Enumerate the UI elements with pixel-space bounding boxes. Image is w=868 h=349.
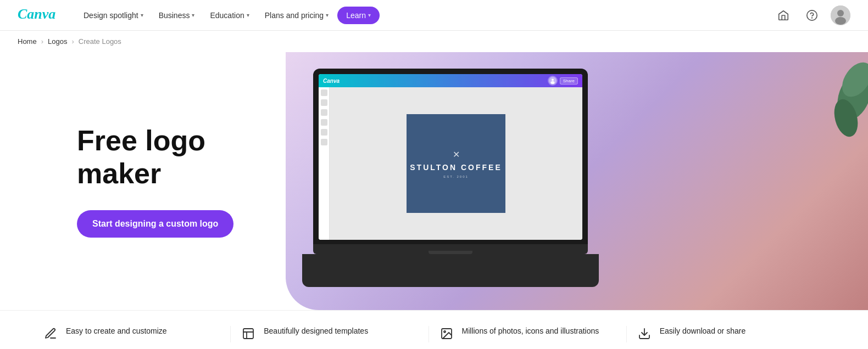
- svg-point-5: [835, 17, 846, 25]
- editor-body: ✕ STULTON COFFEE EST. 2001: [319, 87, 582, 240]
- svg-point-8: [550, 81, 554, 84]
- help-button[interactable]: [802, 5, 822, 25]
- logo-design-preview: ✕ STULTON COFFEE EST. 2001: [407, 114, 505, 213]
- editor-logo: Canva: [323, 78, 340, 84]
- editor-sidebar-icon: [321, 129, 327, 136]
- features-bar: Easy to create and customize Beautifully…: [0, 310, 868, 349]
- nav-link-plans-and-pricing[interactable]: Plans and pricing ▾: [258, 7, 335, 24]
- main-navigation: Canva Design spotlight ▾ Business ▾ Educ…: [0, 0, 868, 31]
- hero-title: Free logo maker: [77, 125, 242, 190]
- canva-logo[interactable]: Canva: [18, 7, 62, 24]
- svg-point-4: [837, 10, 844, 16]
- svg-point-1: [807, 10, 817, 20]
- chevron-down-icon: ▾: [326, 12, 329, 18]
- home-button[interactable]: [774, 5, 793, 25]
- plant-decoration: [824, 52, 868, 162]
- editor-sidebar: [319, 87, 330, 240]
- editor-sidebar-icon: [321, 139, 327, 145]
- breadcrumb-current: Create Logos: [79, 37, 121, 46]
- breadcrumb-separator: ›: [41, 37, 43, 46]
- hero-section: Free logo maker Start designing a custom…: [0, 52, 868, 310]
- chevron-down-icon: ▾: [368, 12, 371, 18]
- laptop-keyboard: [302, 254, 599, 287]
- svg-point-7: [552, 79, 554, 81]
- editor-avatar: [548, 76, 558, 86]
- chevron-down-icon: ▾: [247, 12, 249, 18]
- feature-photos-text: Millions of photos, icons and illustrati…: [462, 326, 599, 337]
- svg-rect-12: [243, 329, 253, 339]
- editor-share-button[interactable]: Share: [560, 77, 578, 85]
- user-avatar[interactable]: [831, 5, 850, 25]
- logo-brand-sub: EST. 2001: [443, 175, 469, 178]
- editor-sidebar-icon: [321, 89, 327, 96]
- breadcrumb: Home › Logos › Create Logos: [0, 31, 868, 52]
- editor-canvas: ✕ STULTON COFFEE EST. 2001: [330, 87, 582, 240]
- feature-templates-text: Beautifully designed templates: [264, 326, 368, 337]
- nav-link-design-spotlight[interactable]: Design spotlight ▾: [77, 7, 150, 24]
- laptop-mockup: Canva Share: [313, 69, 632, 288]
- editor-sidebar-icon: [321, 109, 327, 116]
- nav-links: Design spotlight ▾ Business ▾ Education …: [77, 7, 774, 24]
- start-designing-button[interactable]: Start designing a custom logo: [77, 210, 233, 238]
- feature-create-text: Easy to create and customize: [66, 326, 167, 337]
- breadcrumb-logos[interactable]: Logos: [48, 37, 67, 46]
- hero-image-area: Canva Share: [286, 52, 868, 310]
- chevron-down-icon: ▾: [192, 12, 194, 18]
- chevron-down-icon: ▾: [141, 12, 143, 18]
- logo-x-symbol: ✕: [453, 149, 460, 160]
- edit-icon: [44, 327, 59, 342]
- nav-link-learn[interactable]: Learn ▾: [337, 7, 380, 24]
- laptop-screen: Canva Share: [319, 74, 582, 240]
- feature-templates: Beautifully designed templates: [231, 326, 429, 342]
- feature-create-customize: Easy to create and customize: [44, 326, 231, 342]
- download-icon: [638, 327, 653, 342]
- svg-point-16: [444, 331, 446, 333]
- laptop-base: [313, 244, 588, 254]
- editor-sidebar-icon: [321, 119, 327, 126]
- image-icon: [440, 327, 455, 342]
- feature-photos-icons: Millions of photos, icons and illustrati…: [429, 326, 627, 342]
- editor-topbar-right: Share: [548, 76, 578, 86]
- breadcrumb-home[interactable]: Home: [18, 37, 37, 46]
- breadcrumb-separator: ›: [71, 37, 74, 46]
- svg-point-2: [812, 18, 813, 18]
- template-icon: [242, 327, 257, 342]
- logo-brand-name: STULTON COFFEE: [410, 163, 502, 172]
- nav-link-business[interactable]: Business ▾: [152, 7, 202, 24]
- nav-link-education[interactable]: Education ▾: [203, 7, 255, 24]
- nav-actions: [774, 5, 850, 25]
- hero-text-area: Free logo maker Start designing a custom…: [0, 103, 286, 260]
- feature-download-share: Easily download or share: [627, 326, 824, 342]
- editor-sidebar-icon: [321, 99, 327, 106]
- svg-text:Canva: Canva: [18, 7, 55, 22]
- feature-download-text: Easily download or share: [660, 326, 745, 337]
- editor-topbar: Canva Share: [319, 74, 582, 87]
- laptop-screen-outer: Canva Share: [313, 69, 588, 244]
